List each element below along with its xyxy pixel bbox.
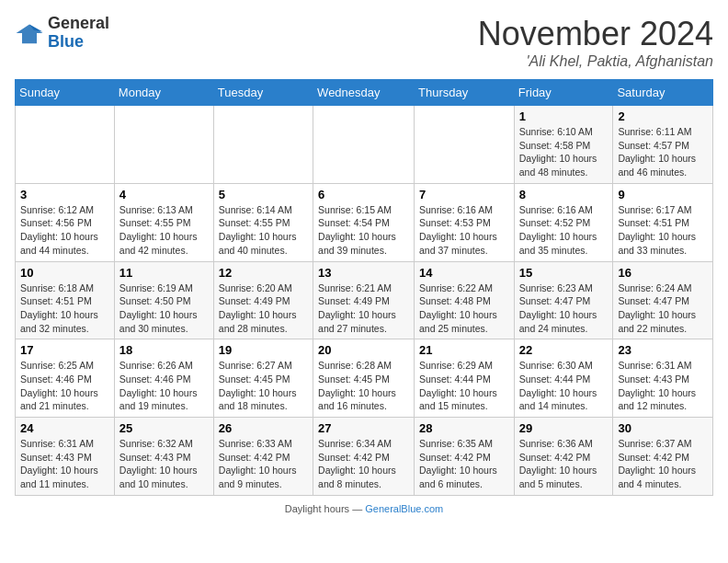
calendar-cell: 22Sunrise: 6:30 AMSunset: 4:44 PMDayligh… xyxy=(514,339,613,418)
day-number: 15 xyxy=(519,266,609,280)
calendar-week-row: 3Sunrise: 6:12 AMSunset: 4:56 PMDaylight… xyxy=(16,183,713,261)
day-info: Sunrise: 6:36 AMSunset: 4:42 PMDaylight:… xyxy=(519,437,609,491)
day-info: Sunrise: 6:35 AMSunset: 4:42 PMDaylight:… xyxy=(419,437,509,491)
day-number: 14 xyxy=(419,266,509,280)
day-number: 5 xyxy=(219,188,308,201)
day-info: Sunrise: 6:13 AMSunset: 4:55 PMDaylight:… xyxy=(119,203,209,258)
calendar-cell: 28Sunrise: 6:35 AMSunset: 4:42 PMDayligh… xyxy=(415,418,515,496)
day-number: 7 xyxy=(419,188,509,201)
day-number: 12 xyxy=(219,266,308,280)
logo-general: General xyxy=(48,14,109,32)
calendar-week-row: 24Sunrise: 6:31 AMSunset: 4:43 PMDayligh… xyxy=(16,418,713,496)
calendar-cell: 5Sunrise: 6:14 AMSunset: 4:55 PMDaylight… xyxy=(213,183,313,261)
day-info: Sunrise: 6:31 AMSunset: 4:43 PMDaylight:… xyxy=(618,359,708,413)
calendar-cell: 25Sunrise: 6:32 AMSunset: 4:43 PMDayligh… xyxy=(114,418,213,496)
day-number: 22 xyxy=(519,343,609,357)
day-info: Sunrise: 6:28 AMSunset: 4:45 PMDaylight:… xyxy=(318,359,409,413)
day-number: 20 xyxy=(318,343,409,357)
day-info: Sunrise: 6:15 AMSunset: 4:54 PMDaylight:… xyxy=(318,203,409,258)
day-info: Sunrise: 6:11 AMSunset: 4:57 PMDaylight:… xyxy=(618,125,708,179)
day-number: 1 xyxy=(519,109,609,123)
day-info: Sunrise: 6:23 AMSunset: 4:47 PMDaylight:… xyxy=(519,282,609,336)
day-info: Sunrise: 6:32 AMSunset: 4:43 PMDaylight:… xyxy=(119,437,209,491)
day-number: 6 xyxy=(318,188,409,201)
calendar-cell: 20Sunrise: 6:28 AMSunset: 4:45 PMDayligh… xyxy=(313,339,415,418)
calendar-cell: 11Sunrise: 6:19 AMSunset: 4:50 PMDayligh… xyxy=(114,261,213,339)
calendar-cell: 17Sunrise: 6:25 AMSunset: 4:46 PMDayligh… xyxy=(16,339,115,418)
footer-text: Daylight hours xyxy=(285,503,349,514)
calendar-cell: 14Sunrise: 6:22 AMSunset: 4:48 PMDayligh… xyxy=(415,261,515,339)
day-number: 11 xyxy=(119,266,209,280)
day-info: Sunrise: 6:27 AMSunset: 4:45 PMDaylight:… xyxy=(219,359,308,413)
calendar-cell xyxy=(213,106,313,184)
calendar-cell: 30Sunrise: 6:37 AMSunset: 4:42 PMDayligh… xyxy=(613,418,713,496)
day-number: 9 xyxy=(618,188,708,201)
day-number: 30 xyxy=(618,421,708,435)
column-header-sunday: Sunday xyxy=(16,80,115,106)
calendar-cell: 7Sunrise: 6:16 AMSunset: 4:53 PMDaylight… xyxy=(415,183,515,261)
day-info: Sunrise: 6:37 AMSunset: 4:42 PMDaylight:… xyxy=(618,437,708,491)
day-number: 18 xyxy=(119,343,209,357)
calendar-cell: 29Sunrise: 6:36 AMSunset: 4:42 PMDayligh… xyxy=(514,418,613,496)
column-header-wednesday: Wednesday xyxy=(313,80,415,106)
day-number: 23 xyxy=(618,343,708,357)
day-number: 25 xyxy=(119,421,209,435)
day-info: Sunrise: 6:14 AMSunset: 4:55 PMDaylight:… xyxy=(219,203,308,258)
day-info: Sunrise: 6:24 AMSunset: 4:47 PMDaylight:… xyxy=(618,282,708,336)
day-number: 13 xyxy=(318,266,409,280)
day-number: 3 xyxy=(20,188,109,201)
calendar-cell: 21Sunrise: 6:29 AMSunset: 4:44 PMDayligh… xyxy=(415,339,515,418)
calendar-cell: 26Sunrise: 6:33 AMSunset: 4:42 PMDayligh… xyxy=(213,418,313,496)
day-info: Sunrise: 6:20 AMSunset: 4:49 PMDaylight:… xyxy=(219,282,308,336)
column-header-saturday: Saturday xyxy=(613,80,713,106)
calendar-cell xyxy=(16,106,115,184)
day-number: 21 xyxy=(419,343,509,357)
page-header: General Blue November 2024 'Ali Khel, Pa… xyxy=(15,15,713,70)
calendar-cell: 9Sunrise: 6:17 AMSunset: 4:51 PMDaylight… xyxy=(613,183,713,261)
calendar-cell: 4Sunrise: 6:13 AMSunset: 4:55 PMDaylight… xyxy=(114,183,213,261)
calendar-week-row: 1Sunrise: 6:10 AMSunset: 4:58 PMDaylight… xyxy=(16,106,713,184)
svg-marker-0 xyxy=(17,24,43,43)
calendar-cell: 6Sunrise: 6:15 AMSunset: 4:54 PMDaylight… xyxy=(313,183,415,261)
calendar-cell: 10Sunrise: 6:18 AMSunset: 4:51 PMDayligh… xyxy=(16,261,115,339)
calendar-cell: 19Sunrise: 6:27 AMSunset: 4:45 PMDayligh… xyxy=(213,339,313,418)
day-info: Sunrise: 6:18 AMSunset: 4:51 PMDaylight:… xyxy=(20,282,109,336)
calendar-cell: 18Sunrise: 6:26 AMSunset: 4:46 PMDayligh… xyxy=(114,339,213,418)
day-info: Sunrise: 6:33 AMSunset: 4:42 PMDaylight:… xyxy=(219,437,308,491)
day-number: 28 xyxy=(419,421,509,435)
day-info: Sunrise: 6:17 AMSunset: 4:51 PMDaylight:… xyxy=(618,203,708,258)
day-info: Sunrise: 6:10 AMSunset: 4:58 PMDaylight:… xyxy=(519,125,609,179)
calendar-header-row: SundayMondayTuesdayWednesdayThursdayFrid… xyxy=(16,80,713,106)
calendar-cell: 27Sunrise: 6:34 AMSunset: 4:42 PMDayligh… xyxy=(313,418,415,496)
footer: Daylight hours — GeneralBlue.com xyxy=(15,503,713,514)
month-title: November 2024 xyxy=(478,15,713,53)
day-number: 17 xyxy=(20,343,109,357)
day-info: Sunrise: 6:22 AMSunset: 4:48 PMDaylight:… xyxy=(419,282,509,336)
day-info: Sunrise: 6:30 AMSunset: 4:44 PMDaylight:… xyxy=(519,359,609,413)
day-info: Sunrise: 6:19 AMSunset: 4:50 PMDaylight:… xyxy=(119,282,209,336)
calendar-cell: 24Sunrise: 6:31 AMSunset: 4:43 PMDayligh… xyxy=(16,418,115,496)
calendar-cell: 2Sunrise: 6:11 AMSunset: 4:57 PMDaylight… xyxy=(613,106,713,184)
day-number: 16 xyxy=(618,266,708,280)
calendar-cell: 3Sunrise: 6:12 AMSunset: 4:56 PMDaylight… xyxy=(16,183,115,261)
footer-link[interactable]: GeneralBlue.com xyxy=(365,503,443,514)
column-header-monday: Monday xyxy=(114,80,213,106)
day-number: 26 xyxy=(219,421,308,435)
calendar-week-row: 17Sunrise: 6:25 AMSunset: 4:46 PMDayligh… xyxy=(16,339,713,418)
location: 'Ali Khel, Paktia, Afghanistan xyxy=(478,53,713,70)
day-number: 2 xyxy=(618,109,708,123)
day-number: 27 xyxy=(318,421,409,435)
logo-text: General Blue xyxy=(48,15,109,52)
day-number: 24 xyxy=(20,421,109,435)
day-number: 29 xyxy=(519,421,609,435)
calendar-table: SundayMondayTuesdayWednesdayThursdayFrid… xyxy=(15,79,713,496)
day-info: Sunrise: 6:25 AMSunset: 4:46 PMDaylight:… xyxy=(20,359,109,413)
calendar-cell: 1Sunrise: 6:10 AMSunset: 4:58 PMDaylight… xyxy=(514,106,613,184)
logo-bird-icon xyxy=(15,18,44,48)
day-number: 8 xyxy=(519,188,609,201)
day-info: Sunrise: 6:16 AMSunset: 4:53 PMDaylight:… xyxy=(419,203,509,258)
day-info: Sunrise: 6:16 AMSunset: 4:52 PMDaylight:… xyxy=(519,203,609,258)
day-number: 4 xyxy=(119,188,209,201)
calendar-cell: 8Sunrise: 6:16 AMSunset: 4:52 PMDaylight… xyxy=(514,183,613,261)
day-info: Sunrise: 6:34 AMSunset: 4:42 PMDaylight:… xyxy=(318,437,409,491)
